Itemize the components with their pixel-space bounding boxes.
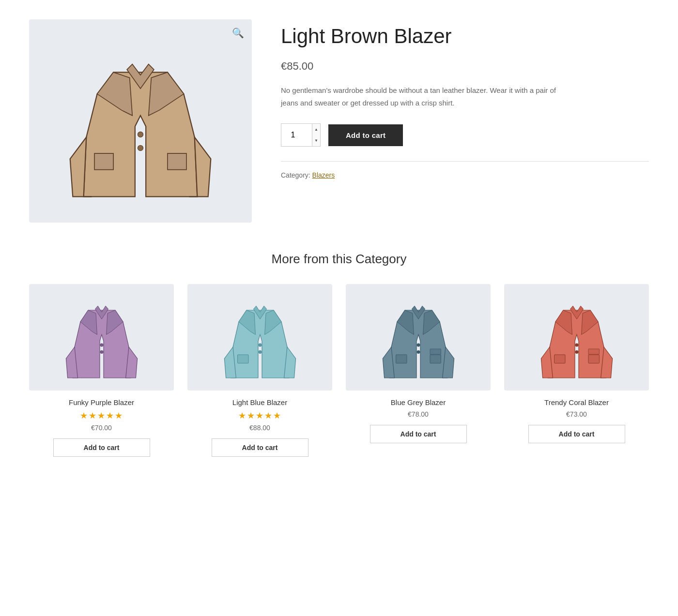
product-image bbox=[63, 29, 218, 213]
divider bbox=[281, 161, 649, 162]
product-card-0: Funky Purple Blazer ★★★★★ €70.00 Add to … bbox=[29, 284, 174, 457]
products-grid: Funky Purple Blazer ★★★★★ €70.00 Add to … bbox=[29, 284, 649, 457]
quantity-spinners: ▲ ▼ bbox=[312, 123, 321, 147]
svg-point-11 bbox=[416, 350, 419, 353]
product-price: €85.00 bbox=[281, 60, 649, 73]
svg-point-1 bbox=[138, 145, 143, 150]
product-stars-1: ★★★★★ bbox=[238, 410, 282, 421]
product-card-price-2: €78.00 bbox=[408, 410, 429, 418]
zoom-icon[interactable]: 🔍 bbox=[232, 27, 244, 39]
quantity-wrapper: ▲ ▼ bbox=[281, 123, 321, 147]
product-card-name-3: Trendy Coral Blazer bbox=[544, 398, 609, 406]
product-card-1: Light Blue Blazer ★★★★★ €88.00 Add to ca… bbox=[187, 284, 332, 457]
blazer-illustration-3 bbox=[538, 289, 616, 386]
product-card-price-0: €70.00 bbox=[91, 424, 112, 432]
product-image-3 bbox=[504, 284, 649, 391]
svg-rect-7 bbox=[430, 349, 441, 354]
svg-point-10 bbox=[416, 344, 419, 346]
product-detail: 🔍 Light Brown Blazer €85.00 No g bbox=[29, 19, 649, 223]
add-to-cart-button[interactable]: Add to cart bbox=[328, 124, 403, 146]
more-section-title: More from this Category bbox=[29, 252, 649, 267]
svg-point-5 bbox=[258, 344, 261, 346]
svg-rect-13 bbox=[554, 355, 565, 363]
svg-point-6 bbox=[258, 350, 261, 353]
product-stars-0: ★★★★★ bbox=[80, 410, 123, 421]
product-info: Light Brown Blazer €85.00 No gentleman's… bbox=[281, 19, 649, 223]
blazer-illustration-2 bbox=[380, 289, 457, 386]
svg-point-2 bbox=[100, 344, 103, 346]
product-category: Category: Blazers bbox=[281, 171, 649, 179]
svg-rect-9 bbox=[430, 355, 441, 363]
svg-point-16 bbox=[575, 350, 578, 353]
more-section: More from this Category Funky Purple Bla… bbox=[29, 252, 649, 457]
product-card-name-1: Light Blue Blazer bbox=[232, 398, 287, 406]
product-image-0 bbox=[29, 284, 174, 391]
product-image-1 bbox=[187, 284, 332, 391]
product-card-3: Trendy Coral Blazer €73.00 Add to cart bbox=[504, 284, 649, 457]
quantity-down[interactable]: ▼ bbox=[312, 135, 320, 146]
add-to-cart-row: ▲ ▼ Add to cart bbox=[281, 123, 649, 147]
card-add-to-cart-button-1[interactable]: Add to cart bbox=[212, 438, 308, 457]
product-card-price-3: €73.00 bbox=[566, 410, 587, 418]
product-card-2: Blue Grey Blazer €78.00 Add to cart bbox=[346, 284, 491, 457]
quantity-input[interactable] bbox=[281, 123, 312, 147]
card-add-to-cart-button-3[interactable]: Add to cart bbox=[528, 425, 625, 443]
category-label: Category: bbox=[281, 171, 310, 179]
product-image-container: 🔍 bbox=[29, 19, 252, 223]
product-card-name-2: Blue Grey Blazer bbox=[391, 398, 446, 406]
product-card-price-1: €88.00 bbox=[249, 424, 270, 432]
svg-point-0 bbox=[138, 132, 143, 137]
product-title: Light Brown Blazer bbox=[281, 24, 649, 48]
svg-rect-8 bbox=[396, 355, 406, 363]
svg-point-3 bbox=[100, 350, 103, 353]
quantity-up[interactable]: ▲ bbox=[312, 124, 320, 135]
product-image-2 bbox=[346, 284, 491, 391]
product-description: No gentleman's wardrobe should be withou… bbox=[281, 84, 562, 109]
category-link[interactable]: Blazers bbox=[312, 171, 335, 179]
blazer-illustration-0 bbox=[63, 289, 140, 386]
card-add-to-cart-button-0[interactable]: Add to cart bbox=[53, 438, 150, 457]
svg-rect-4 bbox=[237, 355, 248, 363]
product-card-name-0: Funky Purple Blazer bbox=[69, 398, 134, 406]
card-add-to-cart-button-2[interactable]: Add to cart bbox=[370, 425, 467, 443]
blazer-illustration-1 bbox=[221, 289, 299, 386]
svg-rect-12 bbox=[588, 349, 599, 354]
svg-point-15 bbox=[575, 344, 578, 346]
svg-rect-14 bbox=[588, 355, 599, 363]
